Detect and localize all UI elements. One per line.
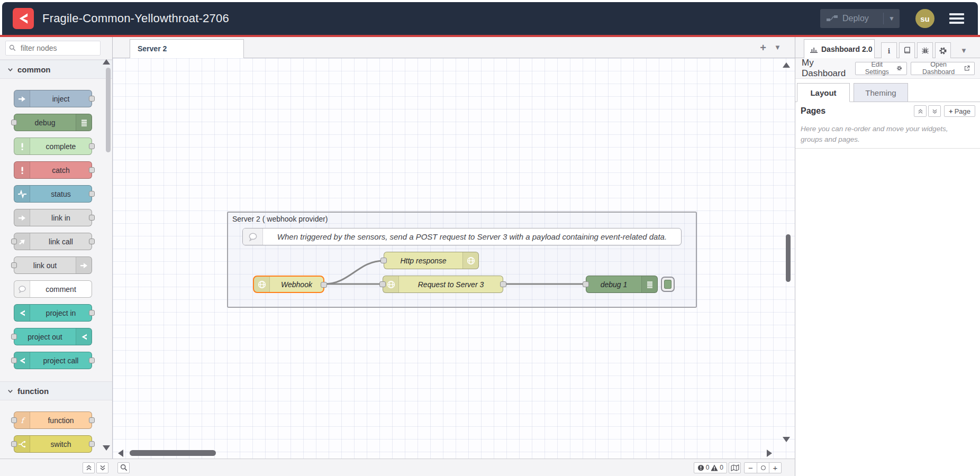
node-label: status — [30, 190, 92, 198]
palette-node-inject[interactable]: inject — [14, 90, 92, 107]
palette-node-project-out[interactable]: project out — [14, 328, 92, 345]
info-tab-button[interactable]: i — [881, 42, 897, 58]
input-port[interactable] — [583, 281, 589, 287]
speech-bubble-icon — [14, 281, 30, 297]
palette-node-project-call[interactable]: project call — [14, 352, 92, 369]
config-tab-button[interactable] — [935, 42, 951, 58]
palette-scrollbar-thumb[interactable] — [106, 68, 111, 152]
open-dashboard-button[interactable]: Open Dashboard — [911, 62, 975, 75]
palette-node-comment[interactable]: comment — [14, 280, 92, 298]
flow-node-request-to-server-3[interactable]: Request to Server 3 — [383, 276, 503, 293]
palette-scroll-up-icon[interactable] — [103, 59, 110, 65]
zoom-in-button[interactable]: + — [769, 463, 781, 473]
input-port — [11, 441, 17, 447]
palette-node-project-in[interactable]: project in — [14, 304, 92, 322]
flow-node-comment[interactable]: When triggered by the sensors, send a PO… — [242, 228, 682, 245]
tab-theming[interactable]: Theming — [854, 83, 908, 102]
add-page-button[interactable]: + Page — [944, 105, 975, 117]
move-page-up-button[interactable] — [914, 105, 927, 117]
output-port — [89, 167, 95, 173]
tab-server-2[interactable]: Server 2 — [130, 39, 244, 58]
palette-scroll-down-icon[interactable] — [103, 445, 110, 451]
zoom-out-button[interactable]: − — [745, 463, 757, 473]
node-label: link call — [30, 237, 92, 246]
user-avatar[interactable]: su — [915, 9, 934, 28]
node-label: project in — [30, 309, 92, 317]
palette-node-switch[interactable]: switch — [14, 435, 92, 453]
input-port[interactable] — [379, 281, 386, 287]
palette-node-link-in[interactable]: link in — [14, 209, 92, 226]
gear-icon — [939, 47, 947, 55]
canvas-footer: 0 0 − + — [113, 459, 795, 476]
tab-list-caret-icon[interactable]: ▼ — [774, 43, 781, 51]
node-label: Request to Server 3 — [399, 280, 503, 289]
edit-settings-button[interactable]: Edit Settings — [855, 62, 907, 75]
debug-list-icon — [76, 114, 92, 131]
add-flow-button[interactable]: + — [756, 41, 770, 54]
flow-node-debug-1[interactable]: debug 1 — [586, 276, 658, 293]
canvas-search-button[interactable] — [117, 462, 130, 473]
sidebar-tabs-caret-icon[interactable]: ▼ — [960, 47, 967, 54]
scroll-down-icon[interactable] — [783, 437, 790, 442]
palette-node-catch[interactable]: catch — [14, 161, 92, 179]
zoom-controls: − + — [744, 462, 782, 473]
palette-node-function[interactable]: f function — [14, 411, 92, 429]
sidebar-tabbar: Dashboard 2.0 i — [795, 37, 980, 58]
open-dashboard-label: Open Dashboard — [915, 61, 961, 76]
node-label: debug — [14, 118, 76, 127]
input-port[interactable] — [380, 258, 387, 263]
output-port — [89, 310, 95, 316]
tab-layout[interactable]: Layout — [797, 83, 850, 102]
comment-text: When triggered by the sensors, send a PO… — [263, 232, 681, 241]
zoom-reset-button[interactable] — [757, 463, 769, 473]
scroll-left-icon[interactable] — [118, 450, 123, 457]
scroll-right-icon[interactable] — [767, 450, 772, 457]
chevron-double-up-icon — [918, 108, 923, 114]
debug-enable-toggle[interactable] — [661, 277, 675, 292]
pages-section-header: Pages + Page — [801, 105, 975, 117]
input-port — [11, 417, 17, 423]
info-icon: i — [885, 47, 893, 54]
pages-heading: Pages — [801, 106, 825, 116]
notifications-button[interactable]: 0 0 — [694, 462, 727, 473]
palette-expand-all-button[interactable] — [96, 462, 108, 473]
palette-category-function[interactable]: function — [0, 381, 112, 400]
help-tab-button[interactable] — [899, 42, 915, 58]
deploy-icon — [827, 14, 838, 23]
flow-node-webhook[interactable]: Webhook — [253, 276, 324, 293]
palette-category-function-body: f function switch — [0, 400, 112, 459]
canvas-hscrollbar-thumb[interactable] — [130, 450, 216, 456]
palette-node-complete[interactable]: complete — [14, 138, 92, 155]
node-label: debug 1 — [586, 280, 641, 289]
palette-node-status[interactable]: status — [14, 185, 92, 203]
exclamation-icon — [14, 162, 30, 178]
deploy-caret-icon[interactable]: ▼ — [884, 15, 900, 22]
palette-footer — [0, 459, 113, 476]
palette-collapse-all-button[interactable] — [83, 462, 95, 473]
canvas-vscrollbar-thumb[interactable] — [786, 234, 791, 282]
flow-node-http-response[interactable]: Http response — [384, 252, 479, 269]
palette-category-common[interactable]: common — [0, 60, 112, 79]
flow-canvas[interactable]: Server 2 ( webhook provider) When trigge… — [113, 58, 795, 459]
scroll-up-icon[interactable] — [783, 62, 790, 68]
move-page-down-button[interactable] — [928, 105, 941, 117]
debug-tab-button[interactable] — [917, 42, 933, 58]
node-label: complete — [30, 142, 92, 151]
navigator-button[interactable] — [729, 462, 741, 473]
palette-node-link-out[interactable]: link out — [14, 257, 92, 274]
output-port[interactable] — [500, 281, 506, 287]
input-port — [11, 120, 17, 125]
arrow-in-icon — [14, 90, 30, 107]
tab-dashboard-2[interactable]: Dashboard 2.0 — [804, 39, 875, 58]
palette-filter-input[interactable] — [5, 41, 101, 56]
deploy-label: Deploy — [842, 14, 869, 23]
input-port — [11, 239, 17, 244]
deploy-button[interactable]: Deploy ▼ — [820, 9, 900, 28]
warning-count-icon — [711, 464, 718, 471]
add-page-label: Page — [955, 107, 970, 115]
palette-node-link-call[interactable]: link call — [14, 233, 92, 250]
pulse-icon — [14, 186, 30, 202]
palette-node-debug[interactable]: debug — [14, 114, 92, 131]
main-menu-icon[interactable] — [949, 11, 964, 26]
output-port[interactable] — [321, 282, 327, 288]
